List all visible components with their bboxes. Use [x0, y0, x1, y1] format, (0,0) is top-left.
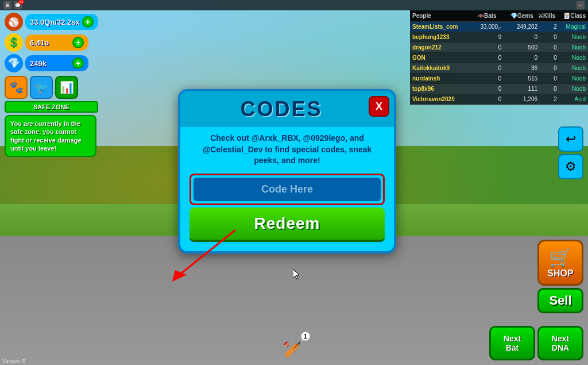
version-text: Version: 5	[2, 358, 25, 364]
gem-icon: 💎	[5, 54, 23, 72]
baseball-plus-button[interactable]: +	[82, 16, 94, 28]
twitter-button[interactable]: 🐦	[30, 76, 53, 99]
left-arrow-button[interactable]: ↩	[558, 126, 583, 152]
next-bat-line1: Next	[504, 334, 521, 343]
right-action-buttons: ↩ ⚙	[558, 126, 583, 179]
safe-zone-label: SAFE ZONE	[5, 101, 98, 113]
notification-badge: 83	[18, 0, 24, 5]
gem-stat-value: 249k	[30, 59, 70, 68]
shop-label: SHOP	[547, 268, 573, 279]
leaderboard-rows: SteamLists_com 33,000,- 249,202 2 Magica…	[410, 22, 588, 105]
top-bar: 🖥 💬 83 ⋯	[0, 0, 588, 10]
shop-sell-row: 🛒 SHOP	[537, 240, 583, 286]
baseball-icon: ⚾	[5, 13, 23, 31]
table-row: dragon212 0 500 0 Noob	[410, 43, 588, 53]
sell-label: Sell	[549, 293, 571, 308]
icon-buttons-row: 🐾 🐦 📊	[5, 76, 98, 99]
notification-icon[interactable]: 💬 83	[14, 1, 22, 9]
leaderboard-header: People 🦇Bats 💎Gems ⚔Kills 🃏Class	[410, 10, 588, 22]
lb-col-people: People	[410, 10, 462, 21]
left-hud: ⚾ 33.0Qn/32.2sx + 💲 6.41o + 💎 249k + 🐾 🐦…	[5, 13, 98, 157]
coin-stat-bg: 6.41o +	[25, 34, 88, 51]
next-dna-button[interactable]: Next DNA	[537, 326, 583, 360]
top-bar-icons: 🖥 💬 83	[3, 1, 22, 9]
bottom-buttons: Next Bat Next DNA	[489, 326, 583, 360]
sell-button[interactable]: Sell	[537, 288, 583, 313]
code-input-wrapper	[189, 174, 385, 205]
safe-zone-message: You are currently in the safe zone, you …	[5, 115, 96, 157]
bat-icon-area: 🏏 1	[280, 334, 308, 362]
paw-button[interactable]: 🐾	[5, 76, 28, 99]
table-row: Kaitokkaitok9 0 36 0 Noob	[410, 63, 588, 74]
coin-plus-button[interactable]: +	[72, 37, 84, 48]
table-row: top8x96 0 111 0 Noob	[410, 84, 588, 94]
svg-line-0	[178, 230, 235, 276]
bat-badge[interactable]: 🏏 1	[280, 334, 308, 362]
next-bat-button[interactable]: Next Bat	[489, 326, 535, 360]
table-row: bephung1233 9 0 0 Noob	[410, 32, 588, 43]
lb-col-bats: 🦇Bats	[462, 10, 498, 21]
coin-stat-row: 💲 6.41o +	[5, 33, 98, 52]
table-row: nurdainsh 0 515 0 Noob	[410, 74, 588, 84]
baseball-stat-bg: 33.0Qn/32.2sx +	[25, 14, 98, 30]
shop-sell-area: 🛒 SHOP Sell	[537, 240, 583, 313]
modal-header: CODES X	[180, 91, 394, 127]
modal-title: CODES	[240, 97, 322, 121]
gem-stat-row: 💎 249k +	[5, 54, 98, 72]
baseball-stat-row: ⚾ 33.0Qn/32.2sx +	[5, 13, 98, 31]
gem-plus-button[interactable]: +	[72, 57, 84, 69]
settings-button[interactable]: ⚙	[558, 154, 583, 179]
bat-badge-count: 1	[301, 332, 310, 341]
menu-icon[interactable]: ⋯	[577, 1, 585, 9]
shop-button[interactable]: 🛒 SHOP	[537, 240, 583, 286]
next-dna-line1: Next	[552, 334, 569, 343]
lb-col-gems: 💎Gems	[499, 10, 536, 21]
next-bat-line2: Bat	[506, 343, 519, 352]
window-icon: 🖥	[3, 1, 11, 9]
coin-icon: 💲	[5, 33, 23, 52]
lb-col-class: 🃏Class	[558, 10, 588, 21]
close-button[interactable]: X	[369, 96, 389, 117]
red-arrow	[144, 224, 247, 293]
table-row: GON 0 0 0 Noob	[410, 53, 588, 63]
code-input[interactable]	[194, 178, 381, 201]
shop-icon: 🛒	[549, 247, 572, 268]
coin-stat-value: 6.41o	[30, 39, 70, 47]
leaderboard: People 🦇Bats 💎Gems ⚔Kills 🃏Class SteamLi…	[410, 10, 588, 105]
svg-marker-1	[172, 270, 187, 282]
chart-button[interactable]: 📊	[55, 76, 78, 99]
table-row: Victoravon2020 0 1,206 2 Acid	[410, 94, 588, 105]
lb-col-kills: ⚔Kills	[536, 10, 558, 21]
baseball-stat-value: 33.0Qn/32.2sx	[30, 18, 80, 26]
next-dna-line2: DNA	[552, 343, 569, 352]
modal-description: Check out @Arxk_RBX, @0929lego, and @Cel…	[189, 133, 385, 167]
gem-stat-bg: 249k +	[25, 55, 88, 71]
table-row: SteamLists_com 33,000,- 249,202 2 Magica…	[410, 22, 588, 32]
